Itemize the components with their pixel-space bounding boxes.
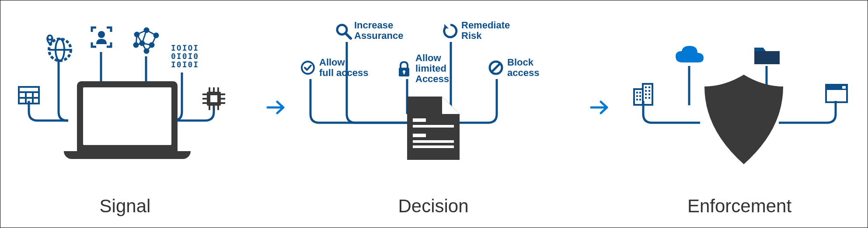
user-focus-icon xyxy=(90,26,113,48)
svg-rect-51 xyxy=(404,72,405,74)
increase-assurance-item: Increase Assurance xyxy=(335,20,404,41)
binary-data-icon: IOIOI 0I0I0 I0I0I xyxy=(171,44,199,69)
svg-point-25 xyxy=(144,49,149,53)
magnify-icon xyxy=(335,23,351,38)
svg-rect-28 xyxy=(210,95,217,102)
svg-rect-41 xyxy=(413,118,426,122)
allow-full-access-item: Allow full access xyxy=(300,57,369,78)
svg-rect-42 xyxy=(413,125,454,128)
remediate-risk-item: Remediate Risk xyxy=(442,20,510,41)
remediate-risk-label: Remediate Risk xyxy=(461,20,510,41)
block-access-item: Block access xyxy=(488,57,539,78)
svg-rect-64 xyxy=(645,90,647,92)
svg-rect-43 xyxy=(413,134,426,137)
svg-rect-69 xyxy=(648,97,650,99)
svg-rect-44 xyxy=(413,140,454,143)
svg-rect-54 xyxy=(634,89,643,105)
shield-icon xyxy=(702,73,785,166)
svg-rect-68 xyxy=(645,97,647,99)
svg-rect-55 xyxy=(643,84,652,105)
flow-arrow-icon xyxy=(589,97,610,124)
flow-arrow-icon xyxy=(265,97,287,124)
svg-line-48 xyxy=(345,33,351,38)
check-circle-icon xyxy=(300,60,316,76)
svg-rect-0 xyxy=(19,87,39,104)
svg-rect-58 xyxy=(636,95,638,97)
folder-icon xyxy=(753,44,781,69)
svg-rect-65 xyxy=(648,90,650,92)
increase-assurance-label: Increase Assurance xyxy=(354,20,404,41)
block-access-label: Block access xyxy=(507,57,539,78)
svg-rect-66 xyxy=(645,93,647,95)
svg-rect-61 xyxy=(639,99,641,100)
calendar-grid-icon xyxy=(18,83,40,105)
enforcement-stage: Enforcement xyxy=(617,0,862,228)
svg-rect-60 xyxy=(636,99,638,100)
globe-location-icon xyxy=(44,33,74,62)
svg-point-8 xyxy=(48,35,52,40)
svg-rect-45 xyxy=(413,145,454,148)
lock-icon xyxy=(396,61,412,76)
decision-title: Decision xyxy=(298,196,569,217)
allow-full-label: Allow full access xyxy=(319,57,369,78)
network-graph-icon xyxy=(132,27,160,54)
svg-rect-67 xyxy=(648,93,650,95)
svg-point-24 xyxy=(150,43,154,47)
browser-window-icon xyxy=(825,83,848,105)
policy-document-icon xyxy=(405,94,462,162)
svg-rect-57 xyxy=(639,92,641,93)
block-circle-icon xyxy=(488,60,504,76)
decision-stage: Allow full access Increase Assurance All… xyxy=(298,0,569,228)
svg-point-9 xyxy=(98,31,105,38)
svg-point-20 xyxy=(135,32,139,37)
signal-stage: IOIOI 0I0I0 I0I0I Signal xyxy=(0,0,250,228)
refresh-arrow-icon xyxy=(442,23,458,38)
chip-icon xyxy=(201,86,227,112)
svg-point-23 xyxy=(140,41,144,45)
laptop-icon xyxy=(68,81,186,159)
cloud-icon xyxy=(674,44,705,67)
enforcement-title: Enforcement xyxy=(617,196,862,217)
svg-point-22 xyxy=(154,33,158,38)
svg-rect-63 xyxy=(648,86,650,88)
svg-rect-62 xyxy=(645,86,647,88)
allow-limited-item: Allow limited Access xyxy=(396,53,449,85)
svg-rect-72 xyxy=(842,86,846,89)
building-icon xyxy=(632,81,655,108)
svg-line-53 xyxy=(492,63,500,72)
svg-rect-56 xyxy=(636,92,638,93)
allow-limited-label: Allow limited Access xyxy=(415,53,449,85)
svg-point-21 xyxy=(144,28,149,32)
svg-rect-59 xyxy=(639,95,641,97)
svg-point-26 xyxy=(134,43,138,47)
signal-title: Signal xyxy=(0,196,250,217)
